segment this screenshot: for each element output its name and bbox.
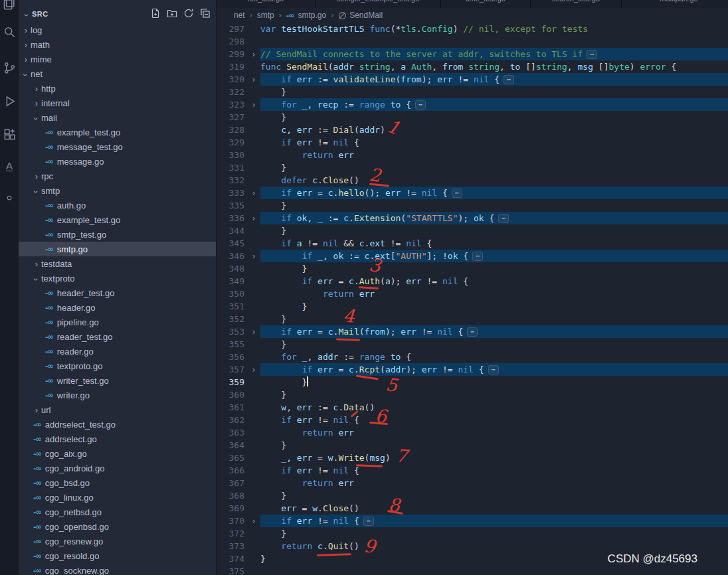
code-line-361[interactable]: 361 w, err := c.Data() — [217, 401, 728, 414]
editor-tab[interactable]: net_test.go — [217, 0, 316, 8]
tree-file-message_test.go[interactable]: -∞message_test.go — [19, 139, 216, 154]
tree-file-addrselect.go[interactable]: -∞addrselect.go — [19, 432, 216, 446]
line-number[interactable]: 372 — [217, 527, 247, 540]
fold-chevron-icon[interactable]: › — [247, 212, 260, 224]
fold-chevron-icon[interactable]: › — [247, 48, 260, 60]
code-line-328[interactable]: 328 c, err := Dial(addr) — [217, 123, 728, 136]
code-line-375[interactable]: 375 — [217, 565, 728, 575]
line-number[interactable]: 370 — [217, 515, 247, 527]
folded-ellipsis[interactable]: ⋯ — [452, 189, 462, 198]
line-number[interactable]: 365 — [217, 452, 247, 464]
tree-file-textproto.go[interactable]: -∞textproto.go — [19, 359, 216, 373]
code-line-345[interactable]: 345 if a != nil && c.ext != nil { — [217, 237, 728, 250]
code-line-365[interactable]: 365 _, err = w.Write(msg) — [217, 452, 728, 464]
code-line-319[interactable]: 319func SendMail(addr string, a Auth, fr… — [217, 60, 728, 73]
fold-chevron-icon[interactable]: › — [247, 98, 260, 111]
code-line-323[interactable]: 323› for _, recp := range to {⋯ — [217, 98, 728, 111]
line-number[interactable]: 335 — [217, 199, 247, 212]
new-folder-icon[interactable] — [167, 8, 177, 21]
fold-chevron-icon[interactable]: › — [247, 363, 260, 376]
line-number[interactable]: 320 — [217, 73, 247, 86]
breadcrumb-item[interactable]: smtp — [257, 11, 274, 20]
line-number[interactable]: 322 — [217, 86, 247, 98]
code-line-370[interactable]: 370› if err != nil {⋯ — [217, 515, 728, 527]
line-number[interactable]: 328 — [217, 123, 247, 136]
code-line-320[interactable]: 320› if err := validateLine(from); err !… — [217, 73, 728, 86]
tree-folder-internal[interactable]: ›internal — [19, 96, 216, 110]
line-number[interactable]: 366 — [217, 464, 247, 477]
tree-file-cgo_netbsd.go[interactable]: -∞cgo_netbsd.go — [19, 505, 216, 519]
code-line-363[interactable]: 363 return err — [217, 426, 728, 439]
line-number[interactable]: 362 — [217, 414, 247, 426]
tree-folder-mime[interactable]: ›mime — [19, 52, 216, 66]
tree-file-cgo_aix.go[interactable]: -∞cgo_aix.go — [19, 446, 216, 461]
tree-folder-log[interactable]: ›log — [19, 23, 216, 37]
fold-chevron-icon[interactable]: › — [247, 187, 260, 199]
tree-folder-math[interactable]: ›math — [19, 37, 216, 52]
code-editor[interactable]: 297var testHookStartTLS func(*tls.Config… — [217, 23, 728, 575]
code-line-368[interactable]: 368 } — [217, 489, 728, 502]
tree-file-writer_test.go[interactable]: -∞writer_test.go — [19, 373, 216, 388]
code-line-350[interactable]: 350 return err — [217, 288, 728, 300]
tree-folder-smtp[interactable]: ›smtp — [19, 183, 216, 198]
code-line-366[interactable]: 366 if err != nil { — [217, 464, 728, 477]
line-number[interactable]: 353 — [217, 325, 247, 338]
code-line-298[interactable]: 298 — [217, 35, 728, 48]
tree-file-example_test.go[interactable]: -∞example_test.go — [19, 212, 216, 227]
files-icon[interactable] — [0, 0, 19, 13]
code-line-329[interactable]: 329 if err != nil { — [217, 136, 728, 149]
code-line-332[interactable]: 332 defer c.Close() — [217, 174, 728, 187]
tree-folder-rpc[interactable]: ›rpc — [19, 169, 216, 183]
line-number[interactable]: 332 — [217, 174, 247, 187]
tree-file-example_test.go[interactable]: -∞example_test.go — [19, 125, 216, 139]
line-number[interactable]: 350 — [217, 288, 247, 300]
tree-folder-textproto[interactable]: ›textproto — [19, 271, 216, 286]
folded-ellipsis[interactable]: ⋯ — [363, 517, 374, 526]
code-line-327[interactable]: 327 } — [217, 111, 728, 123]
tree-file-cgo_socknew.go[interactable]: -∞cgo_socknew.go — [19, 563, 216, 575]
tree-file-reader.go[interactable]: -∞reader.go — [19, 344, 216, 359]
breadcrumb-item[interactable]: SendMail — [349, 11, 383, 20]
tree-file-pipeline.go[interactable]: -∞pipeline.go — [19, 315, 216, 329]
code-line-373[interactable]: 373 return c.Quit() — [217, 540, 728, 552]
fold-chevron-icon[interactable]: › — [247, 250, 260, 262]
tree-file-message.go[interactable]: -∞message.go — [19, 154, 216, 169]
breadcrumb-item[interactable]: net — [234, 11, 245, 20]
code-line-353[interactable]: 353› if err = c.Mail(from); err != nil {… — [217, 325, 728, 338]
code-line-330[interactable]: 330 return err — [217, 149, 728, 161]
line-number[interactable]: 356 — [217, 351, 247, 363]
tree-folder-mail[interactable]: ›mail — [19, 110, 216, 125]
code-line-335[interactable]: 335 } — [217, 199, 728, 212]
tree-file-header.go[interactable]: -∞header.go — [19, 300, 216, 315]
breadcrumb-item[interactable]: smtp.go — [298, 11, 326, 20]
tree-folder-net[interactable]: ›net — [19, 66, 216, 81]
code-line-297[interactable]: 297var testHookStartTLS func(*tls.Config… — [217, 23, 728, 35]
line-number[interactable]: 367 — [217, 477, 247, 489]
code-line-355[interactable]: 355 } — [217, 338, 728, 351]
tree-folder-testdata[interactable]: ›testdata — [19, 256, 216, 271]
line-number[interactable]: 357 — [217, 363, 247, 376]
tree-file-addrselect_test.go[interactable]: -∞addrselect_test.go — [19, 417, 216, 432]
folded-ellipsis[interactable]: ⋯ — [467, 327, 478, 337]
tree-file-smtp_test.go[interactable]: -∞smtp_test.go — [19, 227, 216, 242]
line-number[interactable]: 351 — [217, 300, 247, 313]
fold-chevron-icon[interactable]: › — [247, 515, 260, 527]
code-line-348[interactable]: 348 } — [217, 262, 728, 275]
tree-file-header_test.go[interactable]: -∞header_test.go — [19, 286, 216, 300]
code-line-322[interactable]: 322 } — [217, 86, 728, 98]
editor-tab[interactable]: stringer_Example_test.go — [316, 0, 441, 8]
tree-file-writer.go[interactable]: -∞writer.go — [19, 388, 216, 402]
code-line-344[interactable]: 344 } — [217, 224, 728, 237]
code-line-351[interactable]: 351 } — [217, 300, 728, 313]
line-number[interactable]: 346 — [217, 250, 247, 262]
tree-file-cgo_resnew.go[interactable]: -∞cgo_resnew.go — [19, 534, 216, 548]
line-number[interactable]: 319 — [217, 60, 247, 73]
line-number[interactable]: 368 — [217, 489, 247, 502]
code-line-336[interactable]: 336› if ok, _ := c.Extension("STARTTLS")… — [217, 212, 728, 224]
folded-ellipsis[interactable]: ⋯ — [488, 365, 499, 374]
editor-tab[interactable]: multipart.go — [622, 0, 728, 8]
line-number[interactable]: 329 — [217, 136, 247, 149]
line-number[interactable]: 375 — [217, 565, 247, 575]
line-number[interactable]: 369 — [217, 502, 247, 515]
line-number[interactable]: 330 — [217, 149, 247, 161]
